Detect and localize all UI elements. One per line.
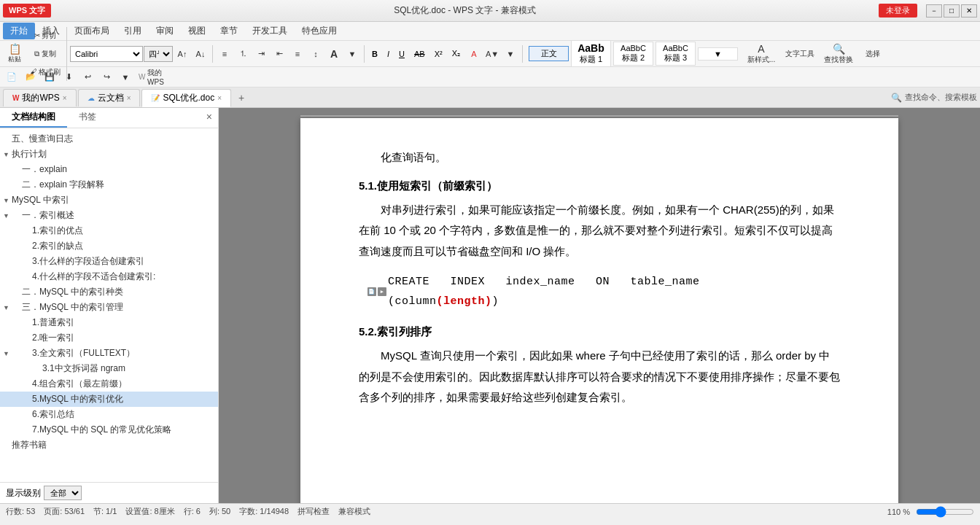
tree-item-unique-index[interactable]: 2.唯一索引 (0, 330, 218, 346)
tree-item-mysql-index[interactable]: ▼ MySQL 中索引 (0, 192, 218, 208)
tab-cloud[interactable]: ☁ 云文档 × (78, 89, 141, 106)
doc-area[interactable]: 化查询语句。 5.1.使用短索引（前缀索引） 对串列进行索引，如果可能应该指定一… (219, 108, 980, 503)
cut-button[interactable]: ✂ 剪切 (27, 27, 63, 44)
style-normal[interactable]: 正文 (529, 46, 569, 61)
tree-item-normal-index[interactable]: 1.普通索引 (0, 315, 218, 330)
menu-item-dev[interactable]: 开发工具 (245, 23, 295, 39)
line-spacing-button[interactable]: ↕ (307, 45, 324, 63)
menu-item-reference[interactable]: 引用 (117, 23, 149, 39)
undo-button[interactable]: ↩ (79, 69, 96, 86)
status-zoom: 110 % (887, 508, 910, 516)
tree-item-combined[interactable]: 4.组合索引（最左前缀） (0, 376, 218, 392)
superscript-button[interactable]: X² (430, 47, 447, 61)
font-size-select[interactable]: 四号 (144, 46, 173, 62)
redo-button[interactable]: ↪ (98, 69, 115, 86)
close-button[interactable]: ✕ (961, 4, 977, 18)
minimize-button[interactable]: － (926, 4, 942, 18)
underline-button[interactable]: U (394, 47, 409, 61)
copy-button[interactable]: ⧉ 复制 (27, 45, 63, 63)
tree-item-index-summary[interactable]: 6.索引总结 (0, 407, 218, 422)
tab-sql-close[interactable]: × (217, 94, 222, 102)
list-button[interactable]: ≡ (216, 45, 233, 63)
status-input-mode: 拼写检查 (298, 506, 330, 517)
quick-save-button[interactable]: ⬇ (60, 69, 77, 86)
level-label: 显示级别 (6, 487, 41, 499)
align-button[interactable]: ≡ (289, 45, 306, 63)
code-highlight-length: (length) (437, 295, 492, 308)
tree-item-good-fields[interactable]: 3.什么样的字段适合创建索引 (0, 254, 218, 269)
not-logged-button[interactable]: 未登录 (879, 4, 917, 18)
more-text-button[interactable]: ▼ (502, 45, 519, 63)
font-name-select[interactable]: Calibri (70, 46, 143, 62)
restore-button[interactable]: □ (944, 4, 960, 18)
style-heading2[interactable]: AaBbC标题 2 (613, 42, 653, 66)
zoom-slider[interactable] (916, 506, 974, 518)
menu-item-view[interactable]: 视图 (181, 23, 213, 39)
tree-item-fulltext[interactable]: ▼ 3.全文索引（FULLTEXT） (0, 346, 218, 361)
tree-item-index-manage[interactable]: ▼ 三．MySQL 中的索引管理 (0, 300, 218, 315)
numbering-button[interactable]: ⒈ (234, 45, 252, 63)
new-style-button[interactable]: A新样式... (742, 45, 780, 63)
tab-cloud-close[interactable]: × (127, 94, 131, 102)
paste-button[interactable]: 📋粘贴 (3, 45, 26, 63)
style-more[interactable]: ▼ (698, 47, 738, 61)
tree-item-exec-plan[interactable]: ▼ 执行计划 (0, 147, 218, 162)
status-words: 字数: 1/14948 (239, 506, 289, 517)
menu-item-layout[interactable]: 页面布局 (67, 23, 117, 39)
menu-item-chapter[interactable]: 章节 (213, 23, 245, 39)
more-format-button[interactable]: ▼ (343, 45, 361, 63)
text-tools-button[interactable]: 文字工具 (781, 45, 819, 63)
tab-sql[interactable]: 📝 SQL优化.doc × (141, 89, 231, 107)
tree-item-explain-fields[interactable]: 二．explain 字段解释 (0, 177, 218, 192)
tree-item-explain[interactable]: 一．explain (0, 162, 218, 177)
sidebar-tab-bookmark[interactable]: 书签 (67, 108, 108, 128)
window-title: SQL优化.doc - WPS 文字 - 兼容模式 (394, 5, 536, 15)
new-button[interactable]: 📄 (3, 69, 20, 86)
status-position: 设置值: 8厘米 (125, 506, 174, 517)
font-size-decrease[interactable]: A↓ (192, 45, 209, 63)
wps-logo-button[interactable]: WPS 文字 (3, 4, 51, 18)
menu-item-review[interactable]: 审阅 (149, 23, 181, 39)
tab-mywps[interactable]: W 我的WPS × (3, 89, 77, 106)
code-icon-doc[interactable]: 📄 (368, 287, 376, 296)
wps-tag: W (139, 73, 145, 81)
tree-item-index-cons[interactable]: 2.索引的缺点 (0, 238, 218, 254)
strikethrough-button[interactable]: AB (410, 47, 429, 61)
tree-item-index-opt[interactable]: 5.MySQL 中的索引优化 (0, 392, 218, 407)
tree-item-recommend[interactable]: 推荐书籍 (0, 438, 218, 453)
level-select[interactable]: 全部 (44, 486, 82, 500)
tab-cloud-label: 云文档 (98, 92, 124, 104)
arrow-icon: ▼ (3, 151, 12, 158)
tree-item-slow-log[interactable]: 五、慢查询日志 (0, 131, 218, 147)
font-color2-button[interactable]: A▼ (483, 45, 501, 63)
tab-mywps-close[interactable]: × (63, 94, 67, 102)
open-button[interactable]: 📂 (22, 69, 39, 86)
tree-item-ngram[interactable]: 3.1中文拆词器 ngram (0, 361, 218, 376)
tree-item-bad-fields[interactable]: 4.什么样的字段不适合创建索引: (0, 269, 218, 284)
sidebar-close-button[interactable]: × (201, 108, 218, 128)
code-icon-run[interactable]: ▶ (378, 287, 386, 296)
tree-item-sql-opt[interactable]: 7.MySQL 中的 SQL 的常见优化策略 (0, 422, 218, 438)
bold-button[interactable]: B (368, 47, 382, 61)
save-button[interactable]: 💾 (41, 69, 58, 86)
tree-item-index-pros[interactable]: 1.索引的优点 (0, 223, 218, 238)
tab-add-button[interactable]: + (233, 90, 250, 105)
more-quick-button[interactable]: ▼ (117, 69, 134, 86)
italic-button[interactable]: I (383, 47, 394, 61)
highlight-button[interactable]: A (465, 45, 483, 63)
tree-item-index-overview[interactable]: ▼ 一．索引概述 (0, 208, 218, 223)
tree-item-index-types[interactable]: 二．MySQL 中的索引种类 (0, 284, 218, 300)
indent-button[interactable]: ⇥ (252, 45, 270, 63)
cloud-wps-button[interactable]: 我的WPS (147, 69, 164, 86)
style-heading1[interactable]: AaBb标题 1 (571, 40, 611, 67)
select-button[interactable]: 选择 (858, 45, 887, 63)
font-size-increase[interactable]: A↑ (174, 45, 191, 63)
font-color-button[interactable]: A (325, 45, 343, 63)
menu-item-special[interactable]: 特色应用 (295, 23, 344, 39)
style-heading3[interactable]: AaBbC标题 3 (656, 42, 696, 66)
code-text-before: CREATE INDEX index_name ON table_name (c… (388, 272, 811, 311)
outdent-button[interactable]: ⇤ (271, 45, 288, 63)
find-replace-button[interactable]: 🔍查找替换 (820, 45, 858, 63)
sidebar-tab-outline[interactable]: 文档结构图 (0, 108, 67, 128)
subscript-button[interactable]: X₂ (448, 47, 464, 61)
